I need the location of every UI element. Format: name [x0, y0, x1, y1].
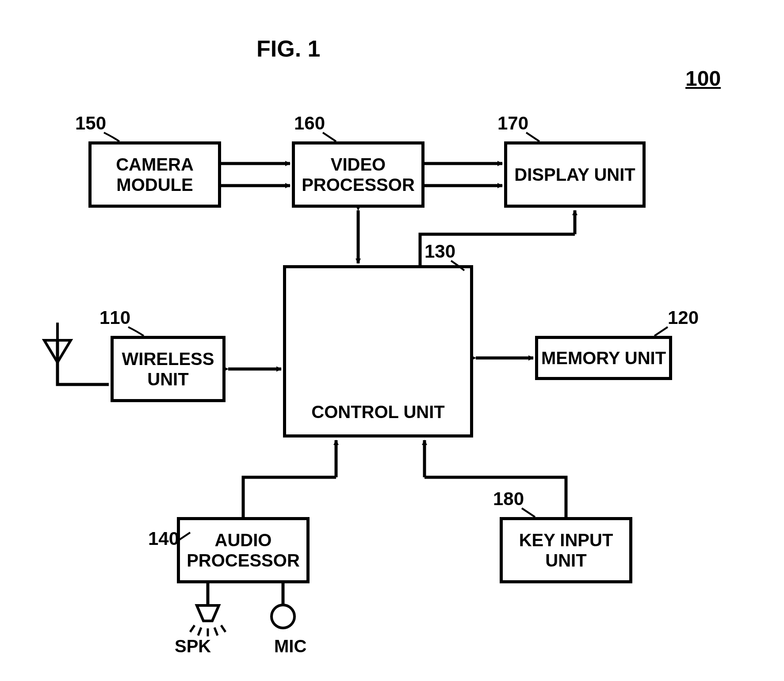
- ref-camera: 150: [75, 113, 106, 134]
- block-display-unit: DISPLAY UNIT: [504, 141, 646, 208]
- label-spk: SPK: [175, 636, 211, 656]
- block-label: DISPLAY UNIT: [514, 164, 635, 185]
- block-key-input-unit: KEY INPUT UNIT: [500, 517, 632, 583]
- block-label: KEY INPUT UNIT: [519, 530, 613, 571]
- diagram-canvas: FIG. 1 100 CAMERA MODULE 150 VIDEO PROCE…: [0, 0, 784, 681]
- svg-line-16: [221, 625, 226, 632]
- block-label: VIDEO PROCESSOR: [302, 154, 415, 195]
- ref-control: 130: [425, 241, 455, 262]
- block-label: AUDIO PROCESSOR: [187, 530, 300, 571]
- ref-wireless: 110: [99, 307, 130, 328]
- svg-point-18: [272, 605, 294, 628]
- figure-title: FIG. 1: [256, 35, 320, 62]
- ref-memory: 120: [668, 307, 699, 328]
- block-wireless-unit: WIRELESS UNIT: [111, 336, 226, 402]
- ref-audio: 140: [148, 528, 179, 549]
- block-label: CONTROL UNIT: [311, 402, 444, 422]
- label-mic: MIC: [274, 636, 306, 656]
- ref-video: 160: [294, 113, 325, 134]
- block-camera-module: CAMERA MODULE: [88, 141, 221, 208]
- antenna-icon: [44, 323, 71, 362]
- svg-line-12: [190, 625, 195, 632]
- block-video-processor: VIDEO PROCESSOR: [292, 141, 425, 208]
- svg-line-15: [214, 628, 218, 635]
- block-label: MEMORY UNIT: [541, 348, 666, 368]
- block-label: CAMERA MODULE: [116, 154, 194, 195]
- ref-display: 170: [497, 113, 528, 134]
- mic-icon: [272, 605, 294, 628]
- speaker-icon: [190, 605, 226, 636]
- block-audio-processor: AUDIO PROCESSOR: [177, 517, 310, 583]
- block-control-unit: CONTROL UNIT: [283, 265, 473, 438]
- ref-keyinput: 180: [493, 488, 524, 510]
- block-memory-unit: MEMORY UNIT: [535, 336, 672, 380]
- svg-line-13: [198, 628, 201, 635]
- block-label: WIRELESS UNIT: [122, 349, 214, 389]
- system-reference: 100: [685, 66, 721, 91]
